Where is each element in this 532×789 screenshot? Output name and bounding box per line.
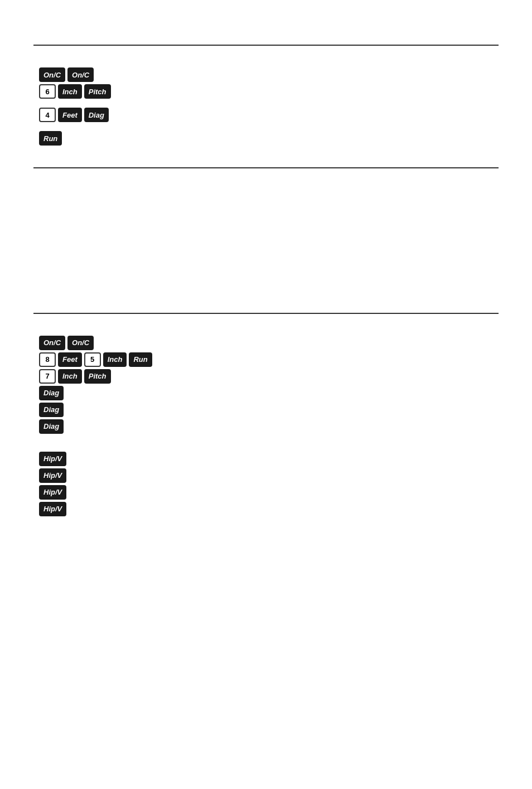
key-row-run-1: Run [39,131,493,146]
page-container: On/C On/C 6 Inch Pitch 4 Feet Diag Run [0,0,532,549]
key-hipv-4[interactable]: Hip/V [39,502,66,516]
key-hipv-1[interactable]: Hip/V [39,452,66,466]
key-onc-1[interactable]: On/C [39,67,65,82]
key-row-hipv-3: Hip/V [39,485,493,500]
key-row-diag-2: Diag [39,403,493,417]
key-run-2[interactable]: Run [129,352,152,367]
key-3-onc-2[interactable]: On/C [67,336,94,350]
section-2-text-6 [33,278,499,292]
key-inch-3[interactable]: Inch [58,369,82,384]
key-3-onc-1[interactable]: On/C [39,336,65,350]
key-row-hipv-2: Hip/V [39,468,493,483]
key-row-4-feet-diag: 4 Feet Diag [39,108,493,122]
key-diag-2[interactable]: Diag [39,386,64,400]
key-inch-2[interactable]: Inch [103,352,127,367]
key-run-1[interactable]: Run [39,131,62,146]
key-pitch-2[interactable]: Pitch [84,369,111,384]
key-feet-1[interactable]: Feet [58,108,82,122]
key-8[interactable]: 8 [39,352,56,367]
key-row-hipv-4: Hip/V [39,502,493,516]
key-5[interactable]: 5 [84,352,101,367]
key-hipv-2[interactable]: Hip/V [39,468,66,483]
key-onc-2[interactable]: On/C [67,67,94,82]
key-diag-1[interactable]: Diag [84,108,109,122]
key-row-6-inch-pitch: 6 Inch Pitch [39,84,493,99]
key-row-8feet-5inch-run: 8 Feet 5 Inch Run [39,352,493,367]
section-2-text-3 [33,225,499,239]
key-4[interactable]: 4 [39,108,56,122]
section-2-text-2 [33,207,499,221]
key-row-onclear: On/C On/C [39,67,493,82]
key-row-diag-1: Diag [39,386,493,400]
section-2 [33,168,499,313]
section-2-text [33,190,499,203]
key-7[interactable]: 7 [39,369,56,384]
key-diag-4[interactable]: Diag [39,419,64,434]
key-feet-2[interactable]: Feet [58,352,82,367]
section-1-content: On/C On/C 6 Inch Pitch 4 Feet Diag Run [33,57,499,156]
key-row-diag-3: Diag [39,419,493,434]
section-3: On/C On/C 8 Feet 5 Inch Run 7 Inch Pitch… [33,314,499,538]
section-2-text-5 [33,260,499,274]
key-hipv-3[interactable]: Hip/V [39,485,66,500]
key-row-3-onclear: On/C On/C [39,336,493,350]
key-6[interactable]: 6 [39,84,56,99]
key-row-7-inch-pitch: 7 Inch Pitch [39,369,493,384]
key-row-hipv-1: Hip/V [39,452,493,466]
key-diag-3[interactable]: Diag [39,403,64,417]
section-3-content: On/C On/C 8 Feet 5 Inch Run 7 Inch Pitch… [33,325,499,527]
key-inch-1[interactable]: Inch [58,84,82,99]
section-1: On/C On/C 6 Inch Pitch 4 Feet Diag Run [33,45,499,168]
section-2-text-4 [33,243,499,256]
key-pitch-1[interactable]: Pitch [84,84,111,99]
